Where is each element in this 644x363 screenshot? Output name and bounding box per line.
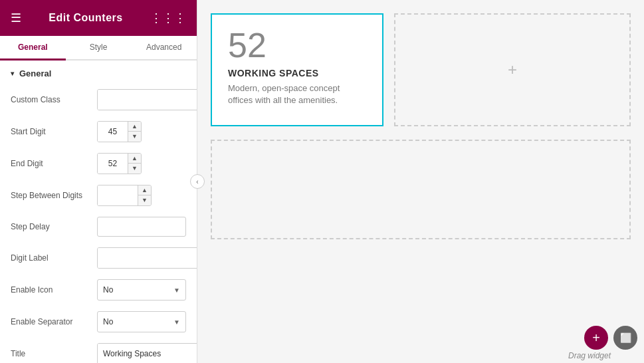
add-widget-fab-button[interactable]: + — [584, 326, 608, 350]
enable-icon-select[interactable]: No Yes — [98, 280, 168, 300]
end-digit-input-wrap: ▲ ▼ — [97, 153, 142, 174]
enable-icon-chevron: ▼ — [168, 284, 185, 297]
step-between-label: Step Between Digits — [11, 191, 97, 200]
counter-description: Modern, open-space concept offices with … — [228, 82, 366, 106]
custom-class-control: ≡ — [97, 89, 197, 110]
panel-header: ☰ Edit Counters ⋮⋮⋮ — [0, 0, 197, 36]
empty-widget-slot[interactable]: + — [394, 13, 631, 126]
hamburger-icon[interactable]: ☰ — [11, 11, 21, 25]
step-between-up[interactable]: ▲ — [138, 185, 151, 195]
step-between-spinner: ▲ ▼ — [138, 185, 151, 205]
end-digit-up[interactable]: ▲ — [128, 154, 141, 164]
section-arrow-icon: ▾ — [11, 70, 14, 77]
main-canvas: 52 WORKING SPACES Modern, open-space con… — [197, 0, 644, 363]
end-digit-down[interactable]: ▼ — [128, 164, 141, 174]
panel-tabs: General Style Advanced — [0, 36, 197, 60]
start-digit-down[interactable]: ▼ — [128, 132, 141, 142]
enable-separator-label: Enable Separator — [11, 317, 97, 326]
custom-class-input-wrap: ≡ — [97, 89, 197, 110]
title-label: Title — [11, 349, 97, 358]
drag-hint: Drag widget — [568, 351, 611, 360]
enable-separator-chevron: ▼ — [168, 316, 185, 328]
counter-number: 52 — [228, 28, 366, 62]
secondary-fab-button[interactable]: ⬜ — [613, 326, 637, 350]
step-delay-row: Step Delay — [0, 211, 197, 242]
enable-icon-select-wrap: No Yes ▼ — [97, 279, 186, 301]
start-digit-input[interactable] — [98, 122, 128, 142]
step-delay-control — [97, 217, 186, 237]
left-panel: ☰ Edit Counters ⋮⋮⋮ General Style Advanc… — [0, 0, 197, 363]
title-input-wrap: ≡ — [97, 343, 197, 363]
step-delay-label: Step Delay — [11, 222, 97, 231]
fab-buttons: + ⬜ — [584, 326, 637, 350]
end-digit-input[interactable] — [98, 154, 128, 174]
add-widget-icon: + — [508, 60, 517, 79]
enable-icon-row: Enable Icon No Yes ▼ — [0, 274, 197, 306]
enable-separator-select[interactable]: No Yes — [98, 312, 168, 332]
end-digit-control: ▲ ▼ — [97, 153, 186, 174]
digit-label-input[interactable] — [98, 248, 197, 268]
widget-row-bottom[interactable] — [211, 140, 631, 239]
start-digit-label: Start Digit — [11, 127, 97, 136]
enable-icon-label: Enable Icon — [11, 285, 97, 295]
end-digit-row: End Digit ▲ ▼ — [0, 148, 197, 180]
digit-label-row: Digit Label ≡ — [0, 242, 197, 274]
start-digit-input-wrap: ▲ ▼ — [97, 121, 142, 142]
enable-icon-control: No Yes ▼ — [97, 279, 186, 301]
step-between-input-wrap: ▲ ▼ — [97, 185, 152, 206]
tab-style[interactable]: Style — [66, 36, 132, 60]
tab-advanced[interactable]: Advanced — [131, 36, 197, 60]
panel-title: Edit Counters — [49, 12, 122, 24]
enable-separator-row: Enable Separator No Yes ▼ — [0, 306, 197, 338]
enable-separator-control: No Yes ▼ — [97, 311, 186, 332]
section-general-header[interactable]: ▾ General — [0, 60, 197, 84]
start-digit-control: ▲ ▼ — [97, 121, 186, 142]
start-digit-spinner: ▲ ▼ — [128, 122, 141, 142]
section-general-label: General — [19, 68, 51, 78]
end-digit-spinner: ▲ ▼ — [128, 154, 141, 174]
digit-label-input-wrap: ≡ — [97, 247, 197, 269]
enable-separator-select-wrap: No Yes ▼ — [97, 311, 186, 332]
step-between-row: Step Between Digits ▲ ▼ — [0, 180, 197, 211]
start-digit-row: Start Digit ▲ ▼ — [0, 116, 197, 148]
widget-row-top: 52 WORKING SPACES Modern, open-space con… — [211, 13, 631, 126]
counter-title: WORKING SPACES — [228, 68, 366, 78]
title-control: ≡ — [97, 343, 197, 363]
digit-label-label: Digit Label — [11, 253, 97, 263]
step-between-input[interactable] — [98, 185, 138, 205]
digit-label-control: ≡ — [97, 247, 197, 269]
secondary-fab-icon: ⬜ — [620, 332, 631, 343]
counter-widget[interactable]: 52 WORKING SPACES Modern, open-space con… — [211, 13, 383, 126]
custom-class-input[interactable] — [98, 90, 197, 110]
step-between-control: ▲ ▼ — [97, 185, 186, 206]
collapse-panel-button[interactable]: ‹ — [190, 174, 205, 189]
custom-class-label: Custom Class — [11, 95, 97, 104]
tab-general[interactable]: General — [0, 36, 66, 60]
grid-icon[interactable]: ⋮⋮⋮ — [150, 11, 186, 25]
step-delay-input[interactable] — [97, 217, 186, 237]
title-row: Title ≡ — [0, 338, 197, 363]
canvas-area: 52 WORKING SPACES Modern, open-space con… — [197, 0, 644, 363]
panel-content: ▾ General Custom Class ≡ Start Digit ▲ — [0, 60, 197, 363]
custom-class-row: Custom Class ≡ — [0, 84, 197, 116]
start-digit-up[interactable]: ▲ — [128, 122, 141, 132]
end-digit-label: End Digit — [11, 159, 97, 168]
title-input[interactable] — [98, 344, 197, 363]
step-between-down[interactable]: ▼ — [138, 195, 151, 205]
